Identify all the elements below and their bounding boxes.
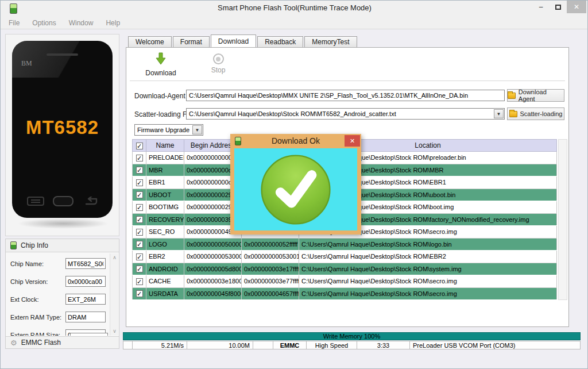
- status-size: 10.00M: [187, 341, 253, 349]
- chip-field-value[interactable]: [65, 312, 106, 322]
- menu-item-file[interactable]: File: [9, 19, 20, 27]
- partition-name: PRELOADER: [146, 152, 184, 164]
- status-bar: 5.21M/s10.00MEMMCHigh Speed3:33PreLoader…: [123, 341, 581, 349]
- chip-info-row: Chip Name:: [6, 256, 110, 271]
- partition-name: MBR: [146, 164, 184, 176]
- close-button[interactable]: ✕: [567, 1, 586, 13]
- select-all-checkbox[interactable]: ✓: [133, 140, 146, 152]
- menu-item-window[interactable]: Window: [69, 19, 94, 27]
- chip-field-value[interactable]: [65, 276, 106, 287]
- chip-info-scrollbar[interactable]: ∧ ∨: [110, 253, 118, 336]
- chip-field-value[interactable]: [65, 294, 106, 305]
- end-address: 0x00000000052fffff: [242, 238, 299, 251]
- scroll-down-icon[interactable]: ∨: [110, 327, 119, 336]
- tab-format[interactable]: Format: [173, 36, 210, 47]
- partition-checkbox[interactable]: ✓: [133, 251, 146, 263]
- chip-field-label: Ext Clock:: [10, 296, 65, 303]
- checkbox-icon: ✓: [136, 204, 143, 211]
- tab-readback[interactable]: Readback: [257, 36, 303, 47]
- dialog-close-button[interactable]: ✕: [345, 135, 360, 147]
- partition-checkbox[interactable]: ✓: [133, 238, 146, 251]
- checkbox-icon: ✓: [136, 290, 143, 297]
- success-check-icon: [260, 153, 332, 226]
- checkbox-icon: ✓: [136, 216, 143, 223]
- partition-checkbox[interactable]: ✓: [133, 176, 146, 189]
- phone-menu-icon: [27, 197, 44, 206]
- status-elapsed-time: 3:33: [357, 341, 410, 349]
- download-ok-dialog: Download Ok ✕: [230, 134, 361, 235]
- download-agent-label: Download-Agent: [134, 92, 185, 100]
- chip-field-label: Extern RAM Size:: [10, 332, 65, 336]
- partition-checkbox[interactable]: ✓: [133, 263, 146, 275]
- chip-info-row: Ext Clock:: [6, 292, 110, 306]
- table-row[interactable]: ✓CACHE0x000000003e1800000x000000003e77ff…: [133, 275, 557, 288]
- begin-address: 0x0000000005300000: [184, 251, 242, 263]
- stop-button[interactable]: Stop: [204, 52, 233, 74]
- titlebar: Smart Phone Flash Tool(Runtime Trace Mod…: [1, 1, 588, 17]
- partition-name: SEC_RO: [146, 226, 184, 239]
- emmc-flash-section[interactable]: ⚙ EMMC Flash: [6, 336, 119, 348]
- table-row[interactable]: ✓LOGO0x00000000050000000x00000000052ffff…: [133, 238, 557, 251]
- phone-home-icon: [53, 196, 74, 206]
- chip-field-label: Chip Name:: [10, 260, 65, 267]
- menu-item-options[interactable]: Options: [32, 19, 56, 27]
- end-address: 0x000000003e17ffff: [242, 263, 299, 275]
- table-row[interactable]: ✓USRDATA0x0000000045f800000x000000004657…: [133, 287, 557, 300]
- maximize-icon: [555, 5, 561, 10]
- download-agent-input[interactable]: [186, 90, 505, 101]
- scatter-loading-button[interactable]: Scatter-loading: [507, 107, 564, 120]
- dialog-titlebar[interactable]: Download Ok ✕: [230, 134, 361, 148]
- scatter-file-input[interactable]: [186, 108, 505, 120]
- tab-welcome[interactable]: Welcome: [128, 36, 172, 47]
- table-row[interactable]: ✓ANDROID0x0000000005d800000x000000003e17…: [133, 263, 557, 275]
- minimize-button[interactable]: –: [532, 1, 550, 13]
- location: C:\Users\Qamrul Haque\Desktop\Stock ROM\…: [299, 287, 557, 300]
- partition-checkbox[interactable]: ✓: [133, 275, 146, 288]
- status-flash-type: EMMC: [273, 341, 307, 349]
- progress-bar: Write Memory 100%: [123, 332, 581, 340]
- partition-checkbox[interactable]: ✓: [133, 213, 146, 226]
- location: C:\Users\Qamrul Haque\Desktop\Stock ROM\…: [299, 263, 557, 275]
- download-action-label: Download: [144, 69, 178, 77]
- table-row[interactable]: ✓EBR20x00000000053000000x00000000053001f…: [133, 251, 557, 263]
- gear-icon: ⚙: [10, 339, 17, 347]
- partition-checkbox[interactable]: ✓: [133, 164, 146, 176]
- download-action-button[interactable]: Download: [144, 52, 178, 77]
- download-arrow-icon: [154, 52, 167, 65]
- mode-dropdown-icon: ▼: [192, 125, 202, 134]
- tab-download[interactable]: Download: [211, 34, 256, 47]
- window-title: Smart Phone Flash Tool(Runtime Trace Mod…: [1, 3, 588, 12]
- checkbox-icon: ✓: [136, 155, 143, 162]
- download-agent-button[interactable]: Download Agent: [507, 89, 564, 102]
- chip-info-header: Chip Info: [6, 239, 119, 252]
- partition-checkbox[interactable]: ✓: [133, 226, 146, 239]
- menubar: FileOptionsWindowHelp: [1, 17, 588, 29]
- partition-checkbox[interactable]: ✓: [133, 189, 146, 201]
- tab-memorytest[interactable]: MemoryTest: [304, 36, 357, 47]
- status-speed: 5.21M/s: [133, 341, 187, 349]
- status-spacer: [253, 341, 273, 349]
- chip-info-row: Extern RAM Type:: [6, 310, 110, 324]
- scatter-dropdown-icon[interactable]: ▼: [494, 109, 504, 118]
- dialog-body: [234, 148, 357, 230]
- checkbox-icon: ✓: [136, 266, 143, 272]
- partition-checkbox[interactable]: ✓: [133, 287, 146, 300]
- partition-checkbox[interactable]: ✓: [133, 152, 146, 164]
- begin-address: 0x000000003e180000: [184, 275, 242, 288]
- scroll-up-icon[interactable]: ∧: [110, 253, 119, 262]
- begin-address: 0x0000000005000000: [184, 238, 242, 251]
- maximize-button[interactable]: [550, 1, 567, 13]
- menu-item-help[interactable]: Help: [106, 19, 120, 27]
- status-port: PreLoader USB VCOM Port (COM3): [410, 341, 581, 349]
- download-mode-select[interactable]: Firmware Upgrade ▼: [134, 124, 203, 136]
- table-scrollbar[interactable]: [558, 139, 567, 300]
- scatter-file-label: Scatter-loading File: [134, 110, 194, 118]
- checkbox-icon: ✓: [136, 179, 143, 186]
- partition-name: BOOTIMG: [146, 201, 184, 214]
- col-name[interactable]: Name: [146, 140, 184, 152]
- partition-checkbox[interactable]: ✓: [133, 201, 146, 214]
- checkbox-icon: ✓: [136, 191, 143, 198]
- stop-label: Stop: [204, 66, 233, 74]
- chip-field-value[interactable]: [65, 258, 106, 269]
- chip-info-panel: Chip Info Chip Name:Chip Version:Ext Clo…: [5, 239, 119, 349]
